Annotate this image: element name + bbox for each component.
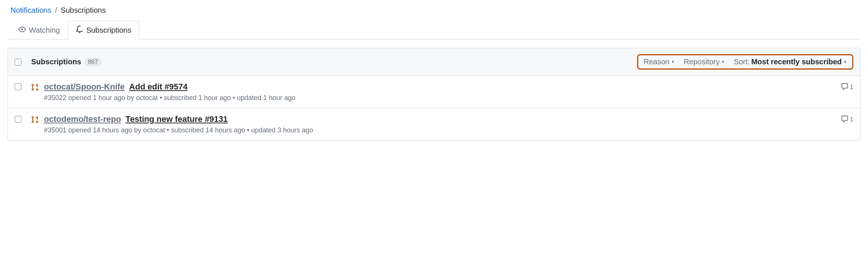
pull-request-closed-icon <box>31 114 44 134</box>
breadcrumb-separator: / <box>55 6 57 14</box>
tab-subscriptions[interactable]: Subscriptions <box>68 21 139 39</box>
tab-nav: Watching Subscriptions <box>8 21 860 39</box>
eye-icon <box>18 26 26 35</box>
breadcrumb-notifications-link[interactable]: Notifications <box>11 6 51 14</box>
row-checkbox[interactable] <box>15 83 21 90</box>
filter-sort-label: Sort: <box>734 58 750 66</box>
comment-count-value: 1 <box>850 84 853 91</box>
comment-icon <box>841 83 848 92</box>
repo-link[interactable]: octocat/Spoon-Knife <box>44 82 125 92</box>
subscriptions-count-badge: 867 <box>84 58 102 66</box>
filter-reason-button[interactable]: Reason ▼ <box>643 58 675 66</box>
header-title-text: Subscriptions <box>31 58 81 66</box>
comment-count-value: 1 <box>850 116 853 123</box>
breadcrumb-current: Subscriptions <box>61 6 106 14</box>
repo-link[interactable]: octodemo/test-repo <box>44 114 121 124</box>
breadcrumb: Notifications / Subscriptions <box>8 6 860 15</box>
tab-watching[interactable]: Watching <box>11 21 68 39</box>
row-meta: #35022 opened 1 hour ago by octocat • su… <box>44 94 841 102</box>
filter-repository-label: Repository <box>684 58 720 66</box>
filter-sort-value: Most recently subscribed <box>751 58 842 66</box>
issue-title-link[interactable]: Add edit #9574 <box>129 82 187 92</box>
issue-title-link[interactable]: Testing new feature #9131 <box>125 114 228 124</box>
row-meta: #35001 opened 14 hours ago by octocat • … <box>44 126 841 134</box>
comment-count-link[interactable]: 1 <box>841 83 853 92</box>
box-header: Subscriptions 867 Reason ▼ Repository ▼ … <box>8 48 860 76</box>
filter-reason-label: Reason <box>643 58 669 66</box>
comment-icon <box>841 115 848 124</box>
comment-count-link[interactable]: 1 <box>841 115 853 124</box>
pull-request-closed-icon <box>31 82 44 102</box>
caret-down-icon: ▼ <box>721 60 725 64</box>
caret-down-icon: ▼ <box>843 60 847 64</box>
box-header-title: Subscriptions 867 <box>31 58 102 66</box>
list-item: octodemo/test-repo Testing new feature #… <box>8 108 860 140</box>
filter-toolbar: Reason ▼ Repository ▼ Sort: Most recentl… <box>637 54 853 70</box>
filter-repository-button[interactable]: Repository ▼ <box>684 58 725 66</box>
row-checkbox[interactable] <box>15 116 21 123</box>
tab-watching-label: Watching <box>29 26 60 35</box>
caret-down-icon: ▼ <box>671 60 675 64</box>
filter-sort-button[interactable]: Sort: Most recently subscribed ▼ <box>734 58 847 66</box>
tab-subscriptions-label: Subscriptions <box>86 26 131 35</box>
bell-icon <box>76 26 83 35</box>
list-item: octocat/Spoon-Knife Add edit #9574 #3502… <box>8 76 860 108</box>
select-all-checkbox[interactable] <box>15 59 21 65</box>
subscriptions-box: Subscriptions 867 Reason ▼ Repository ▼ … <box>8 48 860 141</box>
